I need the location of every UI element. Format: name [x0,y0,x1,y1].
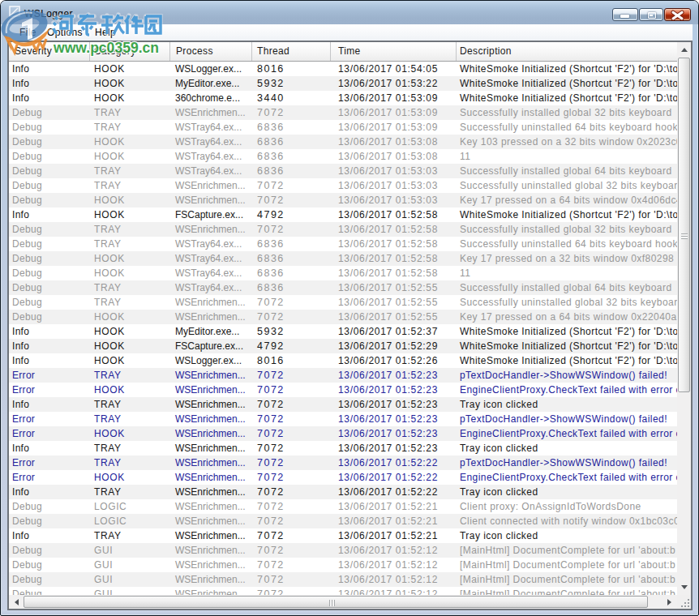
svg-text:www.pc0359.cn: www.pc0359.cn [53,39,159,56]
